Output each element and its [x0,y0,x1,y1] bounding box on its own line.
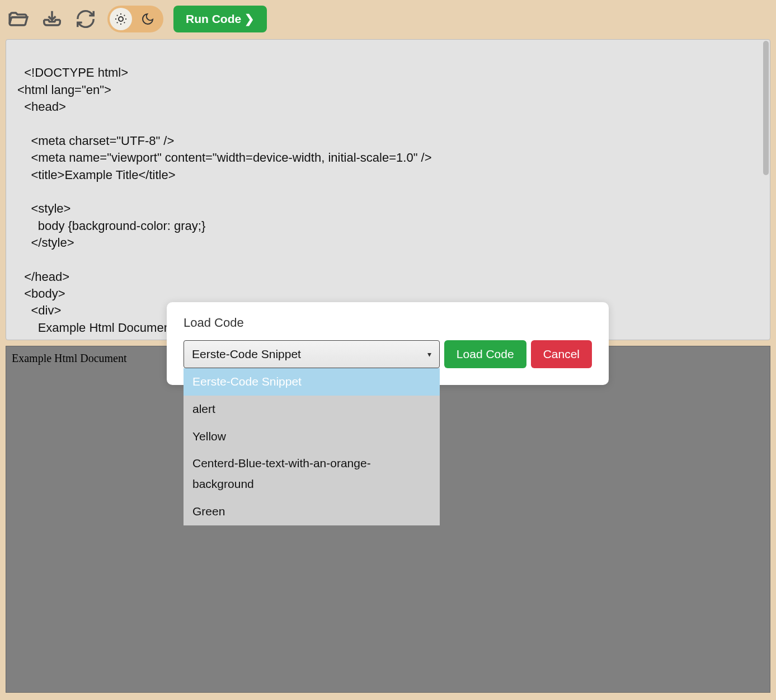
sync-button[interactable] [74,7,97,31]
load-code-button[interactable]: Load Code [444,340,526,368]
refresh-icon [75,8,96,30]
theme-toggle[interactable] [107,6,163,32]
dropdown-option[interactable]: Centerd-Blue-text-with-an-orange-backgro… [184,450,440,498]
load-code-modal: Load Code Eerste-Code Snippet ▾ Eerste-C… [167,302,609,385]
dropdown-list: Eerste-Code Snippet alert Yellow Centerd… [184,368,440,525]
run-code-button[interactable]: Run Code ❯ [173,6,267,32]
cancel-button[interactable]: Cancel [531,340,592,368]
save-button[interactable] [40,7,64,31]
code-text: <!DOCTYPE html> <html lang="en"> <head> … [17,65,432,340]
folder-open-icon [8,8,29,30]
snippet-select[interactable]: Eerste-Code Snippet ▾ Eerste-Code Snippe… [184,340,440,368]
preview-text: Example Html Document [12,352,127,364]
sun-icon [114,12,128,26]
open-folder-button[interactable] [7,7,30,31]
dropdown-option[interactable]: alert [184,396,440,423]
inbox-download-icon [41,8,63,30]
modal-row: Eerste-Code Snippet ▾ Eerste-Code Snippe… [184,340,592,368]
code-editor[interactable]: <!DOCTYPE html> <html lang="en"> <head> … [6,39,770,340]
editor-scrollbar[interactable] [763,41,769,175]
select-value: Eerste-Code Snippet [192,347,301,361]
dropdown-option[interactable]: Green [184,498,440,525]
dropdown-option[interactable]: Yellow [184,423,440,450]
theme-toggle-knob [110,8,132,30]
dropdown-option[interactable]: Eerste-Code Snippet [184,368,440,396]
moon-wrap [141,12,154,26]
svg-point-0 [119,17,123,21]
toolbar: Run Code ❯ [0,0,776,36]
moon-icon [141,12,154,26]
chevron-down-icon: ▾ [427,350,431,359]
modal-title: Load Code [184,316,592,330]
select-display[interactable]: Eerste-Code Snippet ▾ [184,340,440,368]
